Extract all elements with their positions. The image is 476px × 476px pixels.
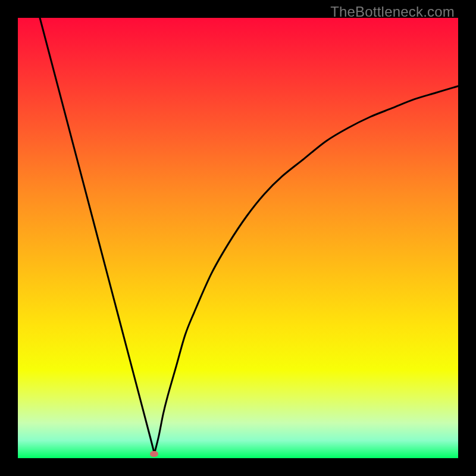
bottleneck-curve (18, 18, 458, 458)
optimal-point-marker (150, 451, 158, 457)
plot-area (18, 18, 458, 458)
chart-frame: TheBottleneck.com (0, 0, 476, 476)
